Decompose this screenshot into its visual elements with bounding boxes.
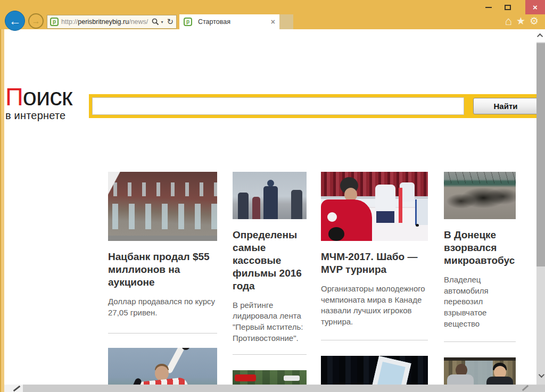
- photo-shape: [376, 211, 394, 223]
- photo-shape: [252, 197, 260, 219]
- photo-shape: [284, 376, 300, 381]
- photo-shape: [415, 199, 428, 225]
- photo-shape: [368, 356, 411, 385]
- refresh-icon[interactable]: ↻: [167, 17, 174, 27]
- url-path: /news/: [129, 18, 148, 26]
- article-photo-f1-race[interactable]: [233, 370, 307, 385]
- article-title[interactable]: В Донецке взорвался микроавтобус: [444, 229, 516, 267]
- close-icon: ×: [533, 3, 538, 12]
- photo-shape: [235, 374, 256, 381]
- search-icon[interactable]: [152, 18, 159, 26]
- settings-gear-icon[interactable]: ⚙: [530, 15, 539, 27]
- photo-shape: [328, 227, 344, 241]
- forward-arrow-icon: →: [32, 16, 40, 26]
- news-column-3: МЧМ-2017. Шабо — MVP турнира Организатор…: [321, 172, 428, 385]
- logo-accent-letter: П: [5, 82, 23, 111]
- divider: [108, 333, 217, 333]
- scroll-up-button[interactable]: [536, 29, 545, 42]
- site-logo[interactable]: Поиск в интернете: [5, 85, 85, 122]
- minimize-icon: [485, 7, 492, 8]
- photo-shape: [416, 224, 419, 227]
- tab-close-icon[interactable]: ×: [271, 18, 275, 26]
- browser-window: × ← → p http://perisbritneybig.ru/news/ …: [0, 0, 545, 392]
- news-column-4: В Донецке взорвался микроавтобус Владеле…: [444, 172, 516, 385]
- article-summary: Доллар продавался по курсу 27,05 гривен.: [108, 296, 217, 318]
- article-summary: В рейтинге лидировала лента "Первый мсти…: [233, 300, 307, 344]
- address-bar-icons: ▾ ↻: [152, 17, 174, 27]
- favorites-star-icon[interactable]: ★: [516, 15, 525, 27]
- horizontal-scrollbar-corner: [4, 385, 23, 392]
- maximize-button[interactable]: [499, 0, 516, 14]
- corner-grip-icon: [13, 386, 21, 392]
- photo-shape: [263, 186, 278, 219]
- page-viewport: Поиск в интернете Найти Нацбанк продал $…: [4, 29, 536, 385]
- logo-wordmark: Поиск: [5, 85, 85, 109]
- url-scheme: http://: [61, 18, 78, 26]
- article-photo-wreckage[interactable]: [444, 172, 516, 219]
- site-favicon: p: [50, 18, 59, 26]
- vertical-scrollbar[interactable]: [536, 29, 545, 385]
- photo-shape: [291, 190, 302, 219]
- divider: [444, 341, 516, 342]
- tab-favicon: p: [184, 18, 192, 26]
- photo-shape: [486, 377, 513, 385]
- home-icon[interactable]: ⌂: [505, 15, 512, 27]
- scroll-down-button[interactable]: [536, 371, 545, 380]
- chevron-down-icon: [539, 372, 544, 378]
- new-tab-button[interactable]: [279, 14, 293, 29]
- chevron-up-icon: [537, 34, 543, 39]
- url-text: http://perisbritneybig.ru/news/: [61, 18, 148, 26]
- article-photo-two-men[interactable]: [444, 357, 516, 385]
- window-left-border: [0, 29, 4, 392]
- back-button[interactable]: ←: [5, 11, 25, 31]
- news-column-2: Определены самые кассовые фильмы 2016 го…: [233, 172, 307, 385]
- logo-rest: оиск: [23, 82, 72, 111]
- scrollbar-grip-icon: [522, 385, 529, 391]
- scrollbar-thumb[interactable]: [536, 43, 545, 266]
- article-photo-hockey[interactable]: [321, 172, 428, 241]
- search-dropdown-caret-icon[interactable]: ▾: [161, 20, 163, 24]
- article-photo-soccer-player[interactable]: [108, 348, 217, 385]
- search-input[interactable]: [92, 97, 464, 115]
- toolbar-icons: ⌂ ★ ⚙: [505, 15, 539, 27]
- search-button[interactable]: Найти: [473, 98, 536, 114]
- address-bar[interactable]: p http://perisbritneybig.ru/news/ ▾ ↻: [47, 15, 177, 29]
- article-photo-movie[interactable]: [233, 172, 307, 219]
- maximize-icon: [505, 5, 511, 10]
- article-title[interactable]: Определены самые кассовые фильмы 2016 го…: [233, 229, 307, 293]
- photo-shape: [238, 193, 249, 219]
- photo-shape: [375, 185, 395, 211]
- article-photo-dark-box[interactable]: [321, 356, 428, 385]
- tab-title: Стартовая: [198, 18, 230, 26]
- article-summary: Владелец автомобиля перевозил взрывчатое…: [444, 274, 516, 329]
- tab-startovaya[interactable]: p Стартовая ×: [179, 14, 279, 29]
- divider: [233, 354, 307, 355]
- article-summary: Организаторы молодежного чемпионата мира…: [321, 283, 428, 328]
- url-domain: perisbritneybig.ru: [78, 18, 129, 26]
- back-arrow-icon: ←: [9, 14, 21, 28]
- photo-shape: [127, 378, 143, 385]
- close-button[interactable]: ×: [525, 0, 545, 14]
- minimize-button[interactable]: [480, 0, 497, 14]
- article-title[interactable]: Нацбанк продал $55 миллионов на аукционе: [108, 251, 217, 289]
- photo-shape: [447, 374, 474, 385]
- logo-tagline: в интернете: [5, 110, 85, 122]
- photo-shape: [327, 212, 337, 222]
- search-band: Найти: [89, 94, 536, 118]
- news-column-1: Нацбанк продал $55 миллионов на аукционе…: [108, 172, 217, 385]
- photo-shape: [399, 188, 402, 223]
- article-photo-bank-building[interactable]: [108, 172, 217, 241]
- article-title[interactable]: МЧМ-2017. Шабо — MVP турнира: [321, 251, 428, 276]
- horizontal-scrollbar[interactable]: [23, 385, 545, 392]
- forward-button[interactable]: →: [28, 13, 44, 29]
- divider: [321, 340, 428, 340]
